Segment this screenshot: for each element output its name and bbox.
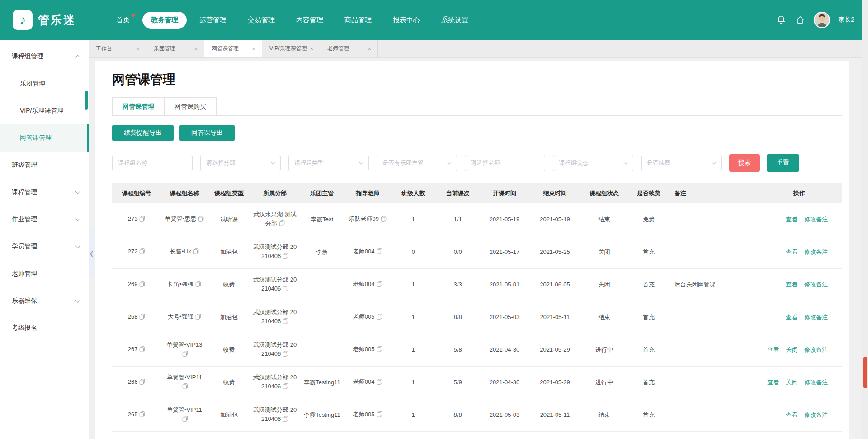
sidebar-item-课程组管理[interactable]: 课程组管理 [0, 43, 89, 70]
sidebar-collapse-handle[interactable]: ❮ [89, 229, 94, 278]
copy-icon[interactable] [377, 281, 382, 290]
open-tab-5[interactable]: 老师管理× [320, 40, 378, 57]
home-icon[interactable] [795, 14, 806, 25]
action-link-修改备注[interactable]: 修改备注 [804, 248, 828, 255]
open-tab-1[interactable]: 工作台× [89, 40, 146, 57]
nav-item-8[interactable]: 系统设置 [433, 12, 477, 29]
filter-select-7[interactable]: 是否续费 [641, 155, 722, 171]
sidebar-item-班级管理[interactable]: 班级管理 [0, 152, 89, 179]
copy-icon[interactable] [381, 215, 387, 224]
sidebar-scrollbar-thumb[interactable] [85, 91, 88, 110]
avatar[interactable] [814, 12, 830, 28]
close-icon[interactable]: × [251, 45, 256, 52]
export-button-1[interactable]: 续费提醒导出 [112, 125, 174, 141]
cell-teacher: 乐队老师99 [344, 203, 391, 236]
search-button[interactable]: 搜索 [729, 154, 760, 172]
nav-item-3[interactable]: 运营管理 [191, 12, 235, 29]
sidebar-item-学员管理[interactable]: 学员管理 [0, 233, 89, 260]
copy-icon[interactable] [195, 313, 201, 322]
page-scrollbar[interactable] [862, 0, 868, 439]
subtab-2[interactable]: 网管课购买 [165, 97, 217, 115]
open-tab-2[interactable]: 乐团管理× [146, 40, 204, 57]
copy-icon[interactable] [195, 281, 201, 290]
copy-icon[interactable] [283, 318, 288, 327]
copy-icon[interactable] [139, 346, 145, 355]
action-link-修改备注[interactable]: 修改备注 [804, 216, 828, 223]
copy-icon[interactable] [139, 281, 145, 290]
action-link-关闭[interactable]: 关闭 [786, 346, 797, 353]
open-tab-4[interactable]: VIP/乐理课管理× [262, 40, 320, 57]
page-scrollbar-thumb[interactable] [863, 357, 867, 388]
copy-icon[interactable] [139, 378, 145, 387]
filter-select-3[interactable]: 课程组类型 [288, 155, 369, 171]
copy-icon[interactable] [198, 215, 204, 224]
action-link-查看[interactable]: 查看 [786, 248, 797, 255]
copy-icon[interactable] [193, 248, 199, 257]
user-menu[interactable]: 家长2 [838, 16, 854, 24]
close-icon[interactable]: × [193, 45, 198, 52]
open-tab-3[interactable]: 网管课管理× [204, 40, 262, 57]
nav-item-4[interactable]: 交易管理 [239, 12, 283, 29]
nav-item-1[interactable]: 首页 [108, 12, 138, 29]
brand[interactable]: ♪ 管乐迷 [13, 10, 76, 30]
action-link-修改备注[interactable]: 修改备注 [804, 379, 828, 386]
copy-icon[interactable] [283, 285, 288, 294]
nav-item-7[interactable]: 报表中心 [384, 12, 429, 29]
cell-manager: 李霞Test [300, 203, 344, 236]
reset-button[interactable]: 重置 [767, 154, 799, 172]
action-link-查看[interactable]: 查看 [786, 411, 797, 418]
copy-icon[interactable] [139, 248, 145, 257]
action-link-查看[interactable]: 查看 [767, 379, 779, 386]
subtab-1[interactable]: 网管课管理 [112, 97, 165, 115]
copy-icon[interactable] [182, 415, 188, 425]
sidebar-item-课程管理[interactable]: 课程管理 [0, 179, 89, 206]
action-link-修改备注[interactable]: 修改备注 [804, 281, 828, 288]
copy-icon[interactable] [377, 248, 382, 257]
filter-select-2[interactable]: 请选择分部 [200, 155, 281, 171]
copy-icon[interactable] [139, 215, 145, 224]
copy-icon[interactable] [139, 313, 145, 322]
copy-icon[interactable] [182, 383, 188, 392]
copy-icon[interactable] [377, 346, 382, 355]
sidebar-item-网管课管理[interactable]: 网管课管理 [0, 124, 89, 152]
cell-status [581, 431, 627, 439]
filter-select-6[interactable]: 课程组状态 [553, 155, 633, 171]
sidebar-item-乐团管理[interactable]: 乐团管理 [0, 70, 89, 97]
nav-item-6[interactable]: 商品管理 [336, 12, 380, 29]
copy-icon[interactable] [283, 350, 288, 359]
sidebar-item-考级报名[interactable]: 考级报名 [0, 315, 89, 342]
copy-icon[interactable] [283, 383, 288, 392]
cell-teacher: 老师005 [344, 334, 391, 366]
action-link-修改备注[interactable]: 修改备注 [804, 314, 828, 320]
nav-item-5[interactable]: 内容管理 [288, 12, 332, 29]
action-link-查看[interactable]: 查看 [786, 281, 797, 288]
filter-select-4[interactable]: 是否有乐团主管 [377, 155, 457, 171]
copy-icon[interactable] [377, 378, 382, 387]
sidebar-item-作业管理[interactable]: 作业管理 [0, 206, 89, 233]
copy-icon[interactable] [283, 415, 288, 425]
sidebar-item-老师管理[interactable]: 老师管理 [0, 260, 89, 287]
nav-item-2[interactable]: 教务管理 [142, 12, 187, 29]
close-icon[interactable]: × [309, 45, 314, 52]
copy-icon[interactable] [139, 411, 145, 420]
copy-icon[interactable] [182, 350, 188, 359]
filter-placeholder: 课程组状态 [559, 159, 588, 167]
close-icon[interactable]: × [135, 45, 141, 52]
sidebar-item-VIP/乐理课管理[interactable]: VIP/乐理课管理 [0, 97, 89, 124]
copy-icon[interactable] [377, 313, 382, 322]
action-link-查看[interactable]: 查看 [767, 346, 779, 353]
copy-icon[interactable] [377, 411, 382, 420]
action-link-查看[interactable]: 查看 [786, 314, 797, 320]
export-button-2[interactable]: 网管课导出 [179, 125, 235, 141]
action-link-关闭[interactable]: 关闭 [786, 379, 797, 386]
filter-input-5[interactable]: 请选择老师 [465, 155, 545, 171]
sidebar-item-乐器维保[interactable]: 乐器维保 [0, 287, 89, 315]
action-link-查看[interactable]: 查看 [786, 216, 797, 223]
bell-icon[interactable] [776, 14, 787, 25]
copy-icon[interactable] [279, 220, 285, 229]
close-icon[interactable]: × [367, 45, 372, 52]
action-link-修改备注[interactable]: 修改备注 [804, 411, 828, 418]
filter-input-1[interactable]: 课程组名称 [112, 155, 193, 171]
action-link-修改备注[interactable]: 修改备注 [804, 346, 828, 353]
copy-icon[interactable] [283, 253, 288, 262]
